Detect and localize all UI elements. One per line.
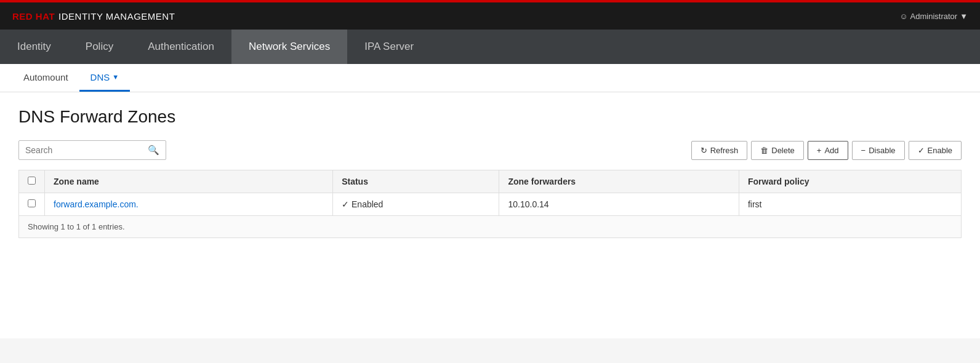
delete-button[interactable]: 🗑 Delete: [751, 141, 804, 160]
header-zone-name: Zone name: [45, 170, 333, 193]
toolbar: 🔍 ↻ Refresh 🗑 Delete + Add − Disable ✓ E…: [18, 140, 962, 160]
refresh-label: Refresh: [710, 146, 739, 155]
row-forward-policy: first: [739, 193, 961, 216]
user-menu-chevron-icon: ▼: [960, 12, 968, 21]
sub-nav-dns[interactable]: DNS ▼: [79, 64, 131, 92]
main-nav: Identity Policy Authentication Network S…: [0, 30, 980, 64]
table-footer: Showing 1 to 1 of 1 entries.: [18, 216, 962, 238]
refresh-icon: ↻: [701, 146, 707, 155]
content-area: DNS Forward Zones 🔍 ↻ Refresh 🗑 Delete +…: [0, 92, 980, 338]
dns-zones-table: Zone name Status Zone forwarders Forward…: [18, 170, 962, 216]
add-button[interactable]: + Add: [808, 141, 848, 160]
sub-nav: Automount DNS ▼: [0, 64, 980, 92]
disable-label: Disable: [869, 146, 895, 155]
row-checkbox[interactable]: [28, 199, 36, 207]
header-checkbox-col: [19, 170, 45, 193]
disable-button[interactable]: − Disable: [852, 141, 905, 160]
nav-item-policy[interactable]: Policy: [68, 30, 131, 64]
status-value: Enabled: [351, 199, 383, 209]
add-label: Add: [824, 146, 838, 155]
entries-count: Showing 1 to 1 of 1 entries.: [28, 222, 125, 231]
user-icon: ☺: [899, 12, 907, 21]
row-zone-forwarders: 10.10.0.14: [499, 193, 739, 216]
nav-item-identity[interactable]: Identity: [0, 30, 68, 64]
sub-nav-dns-label: DNS: [90, 72, 110, 82]
zone-name-link[interactable]: forward.example.com.: [54, 199, 139, 209]
nav-item-network-services[interactable]: Network Services: [231, 30, 347, 64]
dns-chevron-icon: ▼: [112, 73, 119, 81]
enable-label: Enable: [928, 146, 952, 155]
row-zone-name: forward.example.com.: [45, 193, 333, 216]
header-status: Status: [333, 170, 499, 193]
delete-icon: 🗑: [760, 146, 768, 155]
sub-nav-automount[interactable]: Automount: [12, 64, 79, 92]
user-menu-label: Administrator: [910, 12, 958, 21]
enable-icon: ✓: [918, 146, 925, 155]
add-icon: +: [817, 146, 822, 155]
enable-button[interactable]: ✓ Enable: [909, 141, 962, 160]
select-all-checkbox[interactable]: [28, 177, 36, 185]
nav-item-authentication[interactable]: Authentication: [131, 30, 231, 64]
nav-item-ipa-server[interactable]: IPA Server: [347, 30, 431, 64]
row-checkbox-cell: [19, 193, 45, 216]
top-bar: RED HAT IDENTITY MANAGEMENT ☺ Administra…: [0, 0, 980, 30]
header-zone-forwarders: Zone forwarders: [499, 170, 739, 193]
search-icon[interactable]: 🔍: [148, 145, 159, 156]
header-forward-policy: Forward policy: [739, 170, 961, 193]
page-title: DNS Forward Zones: [18, 107, 962, 127]
refresh-button[interactable]: ↻ Refresh: [691, 141, 748, 160]
brand: RED HAT IDENTITY MANAGEMENT: [12, 11, 175, 22]
row-status: ✓ Enabled: [333, 193, 499, 216]
brand-white-text: IDENTITY MANAGEMENT: [58, 11, 175, 22]
search-box: 🔍: [18, 140, 166, 160]
table-row: forward.example.com. ✓ Enabled 10.10.0.1…: [19, 193, 962, 216]
user-menu[interactable]: ☺ Administrator ▼: [899, 12, 968, 21]
action-buttons: ↻ Refresh 🗑 Delete + Add − Disable ✓ Ena…: [691, 141, 962, 160]
search-input[interactable]: [25, 145, 148, 155]
brand-red-text: RED HAT: [12, 11, 55, 22]
disable-icon: −: [861, 146, 866, 155]
delete-label: Delete: [771, 146, 795, 155]
table-header-row: Zone name Status Zone forwarders Forward…: [19, 170, 962, 193]
status-check-icon: ✓: [342, 199, 351, 209]
